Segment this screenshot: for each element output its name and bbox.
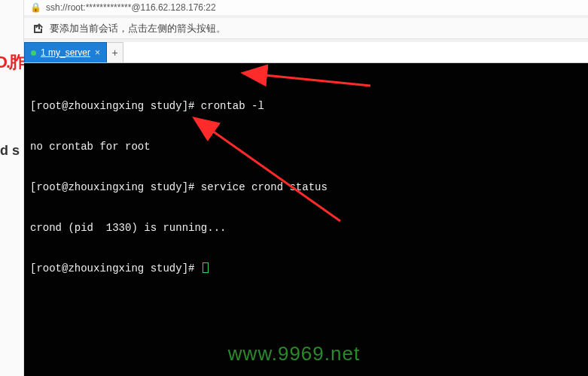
- address-bar: 🔒 ssh://root:*************@116.62.128.17…: [24, 0, 588, 15]
- cropped-text-2: d s: [0, 143, 20, 159]
- tabs-bar: 1 my_server × +: [24, 42, 588, 63]
- terminal-line: no crontab for root: [30, 140, 582, 153]
- left-sidebar-fragment: D.胙 d s: [0, 0, 24, 376]
- add-session-icon[interactable]: [32, 23, 44, 35]
- terminal-line: crond (pid 1330) is running...: [30, 221, 582, 235]
- terminal-pane[interactable]: [root@zhouxingxing study]# crontab -l no…: [24, 63, 588, 376]
- tip-text: 要添加当前会话，点击左侧的箭头按钮。: [50, 22, 226, 35]
- tab-my-server[interactable]: 1 my_server ×: [24, 42, 107, 62]
- tab-label: 1 my_server: [41, 47, 90, 58]
- lock-icon: 🔒: [30, 2, 41, 13]
- address-text: ssh://root:*************@116.62.128.176:…: [46, 2, 216, 13]
- terminal-line: [root@zhouxingxing study]# crontab -l: [30, 99, 582, 113]
- add-tab-button[interactable]: +: [107, 42, 123, 62]
- terminal-line: [root@zhouxingxing study]# service crond…: [30, 180, 582, 194]
- tab-status-dot-icon: [31, 50, 36, 56]
- cropped-text-1: D.胙: [0, 51, 24, 74]
- plus-icon: +: [111, 47, 117, 59]
- tip-bar: 要添加当前会话，点击左侧的箭头按钮。: [24, 18, 588, 39]
- cursor-icon: [203, 262, 209, 273]
- terminal-line: [root@zhouxingxing study]#: [30, 262, 582, 275]
- close-icon[interactable]: ×: [95, 47, 100, 58]
